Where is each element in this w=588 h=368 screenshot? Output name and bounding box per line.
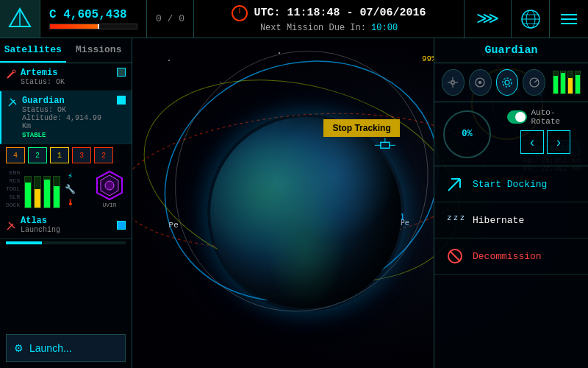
action-btn-2a[interactable]: 2 [28, 147, 47, 163]
svg-line-60 [448, 179, 460, 191]
tab-satellites[interactable]: Satellites [0, 38, 66, 63]
artemis-name: Artemis [21, 68, 112, 78]
chevron-right-btn[interactable]: › [547, 130, 570, 154]
guardian-altitude: Altitude: 4,914.99 Km [22, 114, 112, 130]
guardian-stable: STABLE [22, 132, 112, 139]
subsystem-labels: ENG RCS TOOL SLR DOCK [6, 169, 21, 208]
autorotate-label: Auto-Rotate [531, 108, 570, 126]
wrench-launch-icon: ⚙ [14, 342, 24, 354]
orbit-percent: 0% [462, 129, 472, 139]
hamburger-icon [561, 14, 577, 24]
clock-section: UTC: 11:18:48 - 07/06/2016 Next Mission … [194, 0, 465, 38]
launch-button[interactable]: ⚙ Launch... [6, 334, 126, 362]
logo [0, 0, 40, 38]
hibernate-icon: ᶻᶻᶻ [445, 210, 465, 230]
svg-point-57 [503, 78, 512, 87]
control-view-btn[interactable] [523, 69, 545, 96]
action-btn-2b[interactable]: 2 [94, 147, 113, 163]
atlas-name: Atlas [21, 216, 112, 226]
guardian-name: Guardian [22, 96, 112, 106]
chevron-left-btn[interactable]: ‹ [520, 130, 544, 154]
uvir-hex-icon [93, 169, 126, 202]
start-docking-btn[interactable]: Start Docking [434, 166, 588, 202]
artemis-indicator [117, 68, 126, 77]
atlas-status: Launching [21, 226, 112, 234]
thermometer-icon: 🌡 [66, 197, 75, 208]
sat-guardian[interactable]: Guardian Status: OK Altitude: 4,914.99 K… [0, 91, 132, 144]
globe-button[interactable] [512, 0, 550, 38]
svg-point-8 [12, 70, 15, 73]
orbit-view-btn[interactable] [469, 69, 492, 96]
sidebar: Satellites Missions Artemis Status: OK G… [0, 38, 132, 368]
sat-atlas[interactable]: Atlas Launching [0, 211, 132, 239]
right-panel: Guardian [434, 38, 588, 368]
currency-value: C 4,605,438 [49, 8, 137, 21]
decommission-label: Decommission [473, 251, 542, 262]
slr-bar [53, 176, 60, 208]
sat-action-buttons: 4 2 1 3 2 [0, 144, 132, 166]
decommission-icon [445, 246, 465, 266]
svg-point-13 [105, 181, 114, 190]
speed-arrows[interactable]: ⋙ [465, 0, 512, 38]
currency-bar [49, 24, 137, 29]
stop-tracking-button[interactable]: Stop Tracking [323, 119, 399, 137]
svg-point-56 [505, 80, 509, 85]
hibernate-btn[interactable]: ᶻᶻᶻ Hibernate [434, 202, 588, 238]
earth-glow [207, 114, 404, 311]
atlas-info: Atlas Launching [21, 216, 112, 234]
start-docking-label: Start Docking [473, 179, 547, 190]
mission-time: 10:00 [371, 23, 398, 33]
artemis-info: Artemis Status: OK [21, 68, 112, 86]
pe-label-left: Pe [169, 221, 179, 230]
clock-icon [232, 5, 248, 21]
guardian-icon [7, 97, 18, 107]
clock-time: UTC: 11:18:48 - 07/06/2016 [254, 7, 426, 19]
toggle-knob [515, 112, 526, 122]
autorotate-toggle[interactable] [507, 110, 527, 124]
sat-artemis[interactable]: Artemis Status: OK [0, 63, 132, 91]
menu-button[interactable] [550, 0, 588, 38]
action-btn-3[interactable]: 3 [72, 147, 91, 163]
clock-row: UTC: 11:18:48 - 07/06/2016 [232, 5, 426, 21]
autorotate-row: Auto-Rotate [498, 108, 579, 130]
guardian-status: Status: OK [22, 106, 112, 114]
subsystem-bars [24, 176, 60, 208]
hibernate-label: Hibernate [473, 215, 524, 226]
atlas-progress-bar [6, 241, 126, 244]
guardian-indicator [117, 96, 126, 105]
svg-line-59 [534, 80, 537, 82]
launch-label: Launch... [29, 342, 72, 354]
action-btn-1[interactable]: 1 [50, 147, 69, 163]
top-bar: C 4,605,438 0 / 0 UTC: 11:18:48 - 07/06/… [0, 0, 588, 38]
orbit-controls: Auto-Rotate ‹ › [498, 108, 579, 160]
atlas-icon [6, 221, 16, 231]
currency-bar-fill [50, 24, 98, 29]
chevron-row: ‹ › [498, 130, 579, 160]
satellite-view-btn[interactable] [442, 69, 465, 96]
svg-point-55 [478, 81, 481, 84]
double-arrow-icon: ⋙ [476, 9, 499, 29]
subsystem-panel: ENG RCS TOOL SLR DOCK ⚡ 🔧 🌡 [0, 166, 132, 211]
status-bars-right [553, 71, 581, 94]
orbit-display: 0% [443, 110, 491, 158]
earth [210, 117, 401, 308]
tab-missions[interactable]: Missions [66, 38, 132, 63]
decommission-btn[interactable]: Decommission [434, 238, 588, 275]
artemis-status: Status: OK [21, 78, 112, 86]
mission-counter: 0 / 0 [147, 0, 194, 38]
uvir-label: UVIR [102, 202, 116, 208]
sidebar-tabs: Satellites Missions [0, 38, 132, 63]
currency-bar-marker [98, 24, 99, 29]
action-btn-4[interactable]: 4 [6, 147, 25, 163]
docking-icon [445, 174, 465, 194]
panel-icon-row [434, 63, 588, 102]
guardian-info: Guardian Status: OK Altitude: 4,914.99 K… [22, 96, 112, 139]
atlas-progress-fill [6, 241, 42, 244]
settings-view-btn[interactable] [496, 69, 519, 96]
rcs-bar [34, 176, 41, 208]
tool-bar [43, 176, 51, 208]
currency-section: C 4,605,438 [40, 0, 147, 38]
lightning-icon: ⚡ [68, 171, 73, 182]
wrench-icon [6, 69, 16, 79]
uvir-section: UVIR [93, 169, 126, 208]
